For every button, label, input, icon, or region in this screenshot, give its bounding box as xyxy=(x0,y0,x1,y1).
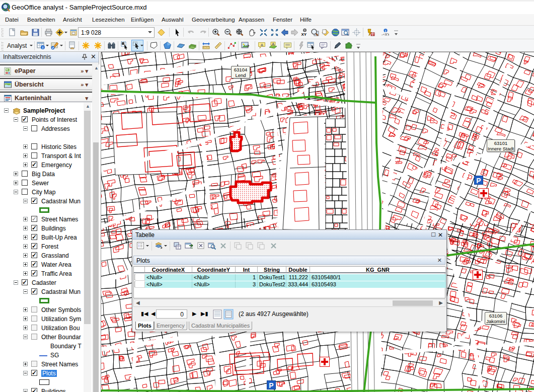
svg-text:A: A xyxy=(272,42,275,46)
svg-text:XY: XY xyxy=(301,32,307,37)
svg-text:i: i xyxy=(42,45,43,50)
svg-text:A: A xyxy=(261,43,264,47)
svg-text:-÷XY: -÷XY xyxy=(382,32,389,37)
